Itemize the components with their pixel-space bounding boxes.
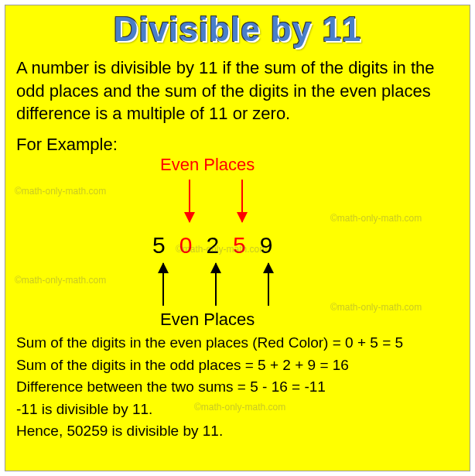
- number-diagram: Even Places 50259 Even Places ©math-only…: [5, 155, 470, 333]
- down-arrow-icon: [241, 180, 243, 222]
- lesson-card: Divisible by 11 A number is divisible by…: [5, 5, 470, 471]
- watermark-text: ©math-only-math.com: [176, 244, 267, 255]
- watermark-text: ©math-only-math.com: [15, 275, 106, 286]
- even-places-bottom-label: Even Places: [160, 310, 255, 330]
- watermark-text: ©math-only-math.com: [15, 186, 106, 197]
- up-arrow-icon: [215, 263, 217, 306]
- page-title: Divisible by 11: [5, 10, 470, 49]
- up-arrow-icon: [162, 263, 164, 306]
- even-places-top-label: Even Places: [160, 155, 255, 175]
- result-line: Difference between the two sums = 5 - 16…: [16, 377, 459, 398]
- results-block: Sum of the digits in the even places (Re…: [5, 333, 470, 457]
- intro-text: A number is divisible by 11 if the sum o…: [5, 57, 470, 125]
- example-label: For Example:: [5, 125, 470, 155]
- watermark-text: ©math-only-math.com: [330, 302, 422, 313]
- down-arrow-icon: [189, 180, 190, 222]
- watermark-text: ©math-only-math.com: [330, 213, 422, 224]
- up-arrow-icon: [268, 263, 269, 306]
- result-line: Sum of the digits in the odd places = 5 …: [16, 355, 459, 376]
- watermark-text: ©math-only-math.com: [194, 401, 475, 414]
- result-line: Hence, 50259 is divisible by 11.: [16, 421, 459, 442]
- result-line: Sum of the digits in the even places (Re…: [16, 333, 459, 354]
